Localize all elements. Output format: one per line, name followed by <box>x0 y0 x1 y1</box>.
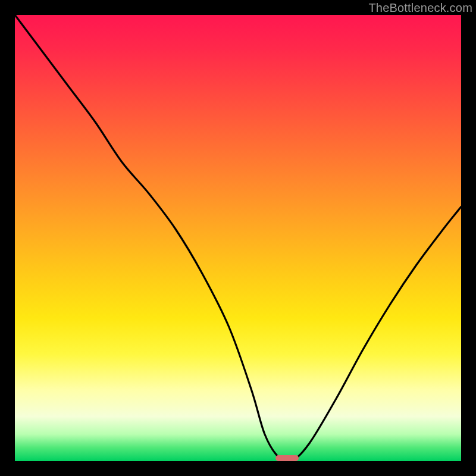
watermark-text: TheBottleneck.com <box>368 1 472 15</box>
optimal-marker <box>275 455 299 462</box>
plot-area <box>15 15 461 461</box>
bottleneck-curve <box>15 15 461 461</box>
chart-container: TheBottleneck.com <box>0 0 476 476</box>
